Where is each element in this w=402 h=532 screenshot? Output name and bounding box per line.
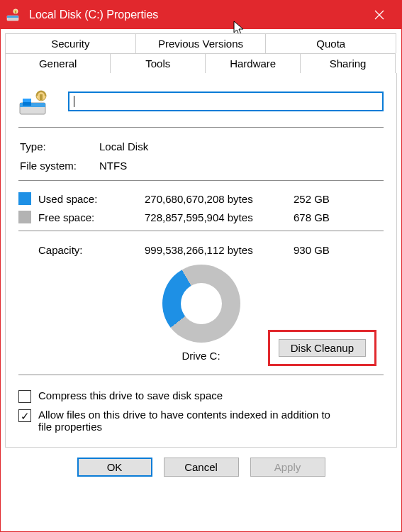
tab-row-back: Security Previous Versions Quota	[5, 33, 397, 53]
drive-info: Type: Local Disk File system: NTFS	[18, 136, 384, 176]
tab-hardware[interactable]: Hardware	[205, 53, 301, 73]
disk-cleanup-button[interactable]: Disk Cleanup	[279, 339, 366, 357]
used-space-row: Used space: 270,680,670,208 bytes 252 GB	[18, 189, 384, 208]
capacity-gb: 930 GB	[294, 244, 330, 256]
svg-rect-11	[40, 94, 43, 100]
used-gb: 252 GB	[294, 193, 384, 205]
fs-label: File system:	[20, 157, 98, 174]
divider	[18, 127, 384, 128]
drive-large-icon	[18, 86, 52, 117]
compress-checkbox-row[interactable]: Compress this drive to save disk space	[18, 389, 384, 403]
checkbox-icon[interactable]	[18, 390, 31, 403]
compress-label: Compress this drive to save disk space	[38, 389, 223, 401]
tab-quota[interactable]: Quota	[265, 33, 396, 53]
apply-button[interactable]: Apply	[250, 458, 325, 477]
free-swatch-icon	[18, 211, 31, 223]
cancel-button[interactable]: Cancel	[164, 458, 239, 477]
drive-caption: Drive C:	[182, 350, 220, 362]
type-label: Type:	[20, 138, 98, 155]
free-label: Free space:	[38, 211, 145, 223]
free-bytes: 728,857,595,904 bytes	[145, 211, 294, 223]
usage-chart: Drive C: Disk Cleanup	[18, 265, 384, 362]
index-checkbox-row[interactable]: ✓ Allow files on this drive to have cont…	[18, 409, 384, 433]
general-pane: Type: Local Disk File system: NTFS Used …	[5, 73, 397, 448]
window-title: Local Disk (C:) Properties	[29, 9, 158, 21]
type-value: Local Disk	[99, 138, 382, 155]
tab-row-front: General Tools Hardware Sharing	[5, 53, 397, 73]
checkbox-icon[interactable]: ✓	[18, 409, 31, 422]
tab-sharing[interactable]: Sharing	[300, 53, 396, 73]
capacity-bytes: 999,538,266,112 bytes	[145, 244, 294, 256]
disk-cleanup-highlight: Disk Cleanup	[268, 330, 376, 366]
tab-tools[interactable]: Tools	[110, 53, 206, 73]
volume-label-input[interactable]	[68, 92, 384, 111]
used-label: Used space:	[38, 193, 145, 205]
svg-rect-3	[15, 11, 16, 13]
index-label: Allow files on this drive to have conten…	[38, 409, 343, 433]
divider	[18, 231, 384, 231]
dialog-buttons: OK Cancel Apply	[5, 448, 397, 488]
tab-general[interactable]: General	[5, 53, 111, 73]
used-bytes: 270,680,670,208 bytes	[145, 193, 294, 205]
donut-icon	[162, 265, 240, 343]
divider	[18, 375, 384, 375]
drive-icon	[6, 7, 22, 23]
close-button[interactable]	[363, 1, 396, 29]
capacity-row: Capacity: 999,538,266,112 bytes 930 GB	[18, 240, 384, 260]
free-space-row: Free space: 728,857,595,904 bytes 678 GB	[18, 208, 384, 226]
fs-value: NTFS	[99, 157, 382, 174]
titlebar: Local Disk (C:) Properties	[1, 1, 401, 29]
tab-previous-versions[interactable]: Previous Versions	[135, 33, 267, 53]
tab-security[interactable]: Security	[5, 33, 136, 53]
capacity-label: Capacity:	[18, 244, 145, 256]
used-swatch-icon	[18, 192, 31, 205]
svg-rect-1	[7, 16, 18, 18]
divider	[18, 180, 384, 181]
ok-button[interactable]: OK	[77, 458, 152, 477]
free-gb: 678 GB	[294, 211, 384, 223]
svg-rect-9	[23, 99, 31, 102]
